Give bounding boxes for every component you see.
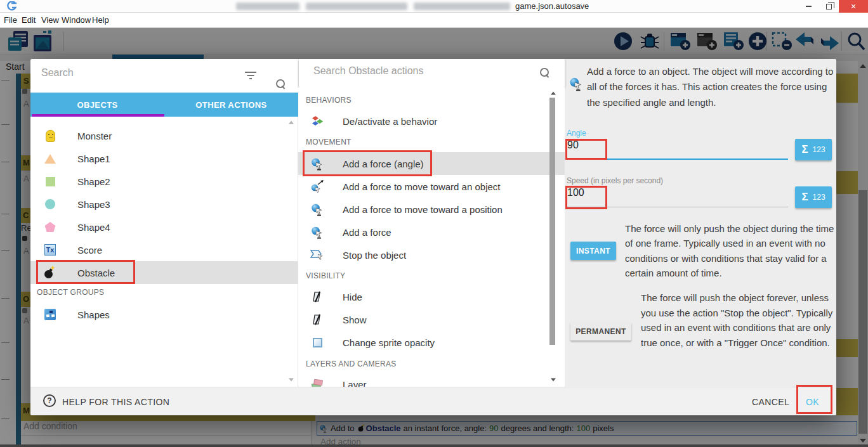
object-item-monster[interactable]: Monster (30, 124, 298, 147)
object-label: Monster (77, 131, 112, 141)
action-item-add-force[interactable]: Add a force (298, 221, 565, 243)
minimize-button[interactable] (798, 0, 819, 13)
action-label: Change sprite opacity (343, 337, 435, 348)
restore-icon (826, 4, 832, 10)
help-for-action-button[interactable]: HELP FOR THIS ACTION (62, 397, 169, 407)
annotation-ok-box (796, 385, 832, 414)
window-title: game.json.autosave (515, 1, 589, 11)
menu-edit[interactable]: Edit (22, 15, 36, 25)
objects-search-card (30, 59, 298, 93)
object-label: Shape4 (77, 222, 110, 233)
list-scroll-up-icon[interactable] (289, 121, 294, 124)
gdevelop-window: game.json.autosave × File Edit View Wind… (0, 0, 868, 447)
action-label: Add a force to move toward an object (343, 181, 500, 192)
menu-window[interactable]: Window (62, 15, 91, 25)
angle-expression-button[interactable]: Σ 123 (795, 139, 832, 160)
permanent-button[interactable]: PERMANENT (570, 322, 631, 340)
actions-list: BEHAVIORS De/activate a behavior MOVEMEN… (298, 87, 565, 387)
monster-sprite-icon (46, 130, 55, 142)
speed-expression-button[interactable]: Σ 123 (795, 186, 832, 208)
square-sprite-icon (46, 177, 55, 186)
menu-file[interactable]: File (4, 15, 17, 25)
action-label: Add a force to move toward a position (343, 204, 503, 215)
tab-objects[interactable]: OBJECTS (30, 93, 164, 117)
annotation-angle-box (565, 139, 607, 160)
action-label: Add a force (343, 227, 391, 238)
action-item-force-toward-position[interactable]: Add a force to move toward a position (298, 198, 565, 221)
action-item-show[interactable]: Show (298, 308, 565, 331)
layer-icon (311, 379, 324, 387)
blurred-title-text (414, 3, 510, 10)
group-item-shapes[interactable]: Shapes (30, 303, 298, 326)
sigma-icon: Σ (801, 143, 808, 156)
text-object-icon: Tx (44, 244, 56, 256)
action-item-force-toward-object[interactable]: Add a force to move toward an object (298, 175, 565, 198)
force-icon (311, 203, 324, 216)
object-label: Shape1 (77, 153, 110, 164)
sigma-icon: Σ (801, 191, 808, 204)
object-item-shape2[interactable]: Shape2 (30, 170, 298, 193)
object-groups-header: OBJECT GROUPS (37, 288, 104, 297)
help-icon: ? (43, 394, 56, 407)
blurred-title-text (306, 3, 407, 10)
actions-search-input[interactable] (313, 65, 523, 77)
annotation-action-box (303, 150, 432, 176)
force-icon (569, 77, 583, 91)
action-description: Add a force to an object. The object wil… (587, 64, 836, 110)
object-item-shape1[interactable]: Shape1 (30, 147, 298, 170)
annotation-speed-box (565, 186, 607, 209)
menu-view[interactable]: View (41, 15, 59, 25)
objects-list: Monster Shape1 Shape2 Shape3 Shape4 Tx S… (30, 117, 298, 387)
force-toward-object-icon (311, 180, 324, 193)
close-button[interactable]: × (839, 0, 868, 13)
section-header-movement: MOVEMENT (306, 138, 352, 146)
action-editor-dialog: OBJECTS OTHER ACTIONS Monster Shape1 Sha… (30, 59, 836, 415)
angle-field-label: Angle (567, 129, 586, 138)
opacity-icon (313, 338, 322, 347)
action-item-deactivate-behavior[interactable]: De/activate a behavior (298, 110, 565, 133)
filter-icon[interactable] (245, 72, 256, 81)
instant-description: The force will only push the object duri… (625, 221, 834, 280)
object-group-icon (44, 309, 56, 320)
cancel-button[interactable]: CANCEL (752, 397, 789, 407)
window-titlebar: game.json.autosave × (0, 0, 868, 13)
blurred-title-text (236, 3, 299, 10)
numbers-icon: 123 (813, 145, 825, 154)
search-icon (276, 79, 286, 89)
menu-bar: File Edit View Window Help (0, 13, 868, 28)
speed-field-label: Speed (in pixels per second) (567, 176, 663, 185)
object-label: Score (77, 245, 102, 256)
pentagon-sprite-icon (45, 222, 56, 232)
list-scroll-down-icon[interactable] (289, 379, 294, 382)
actions-scroll-down-icon[interactable] (551, 379, 556, 382)
actions-scroll-up-icon[interactable] (551, 92, 556, 95)
action-item-stop-object[interactable]: Stop the object (298, 243, 565, 266)
action-label: Stop the object (343, 250, 406, 261)
behavior-icon (311, 115, 324, 127)
objects-search-input[interactable] (41, 67, 232, 79)
search-icon (540, 68, 550, 78)
action-item-change-opacity[interactable]: Change sprite opacity (298, 331, 565, 354)
tab-other-actions[interactable]: OTHER ACTIONS (164, 93, 298, 117)
action-label: Layer (343, 379, 367, 387)
action-item-hide[interactable]: Hide (298, 285, 565, 308)
action-label: Hide (343, 292, 362, 302)
hide-icon (312, 291, 323, 302)
force-icon (311, 226, 324, 239)
left-panel-tabs: OBJECTS OTHER ACTIONS (30, 93, 298, 117)
actions-scrollbar-thumb[interactable] (549, 98, 555, 345)
stop-object-icon (310, 249, 324, 261)
action-label: Show (343, 314, 367, 325)
section-header-layers: LAYERS AND CAMERAS (306, 360, 397, 368)
gdevelop-logo-icon (6, 1, 18, 11)
action-item-layer[interactable]: Layer (298, 373, 565, 387)
restore-button[interactable] (819, 0, 839, 13)
menu-help[interactable]: Help (92, 15, 109, 25)
show-icon (312, 314, 323, 325)
object-item-shape4[interactable]: Shape4 (30, 216, 298, 238)
object-label: Shape2 (77, 176, 110, 187)
circle-sprite-icon (45, 199, 55, 209)
instant-button[interactable]: INSTANT (570, 242, 616, 260)
object-item-shape3[interactable]: Shape3 (30, 193, 298, 216)
object-item-score[interactable]: Tx Score (30, 238, 298, 261)
